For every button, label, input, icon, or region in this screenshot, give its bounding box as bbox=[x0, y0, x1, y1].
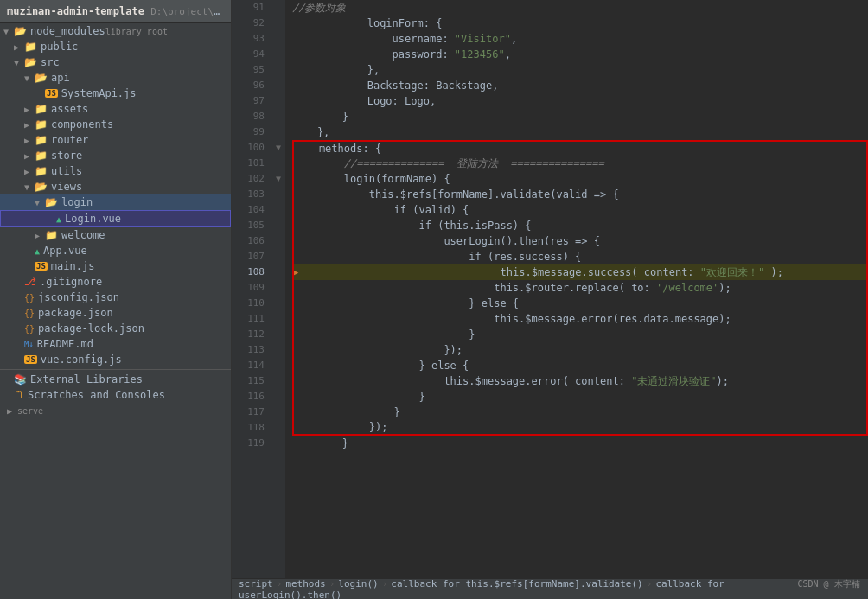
fold-gutter-item[interactable] bbox=[271, 280, 285, 296]
fold-gutter-item[interactable] bbox=[271, 62, 285, 78]
code-line[interactable]: if (valid) { bbox=[292, 202, 868, 218]
code-line[interactable]: }); bbox=[292, 342, 868, 358]
fold-gutter-item[interactable] bbox=[271, 47, 285, 62]
fold-gutter-item[interactable] bbox=[271, 233, 285, 249]
tree-item-App.vue[interactable]: ▲App.vue bbox=[0, 243, 231, 258]
code-token: ); bbox=[764, 264, 783, 280]
tree-item-store[interactable]: 📁store bbox=[0, 148, 231, 163]
tree-item-login[interactable]: 📂login bbox=[0, 194, 231, 210]
tree-item-label: components bbox=[51, 118, 113, 131]
fold-gutter-item[interactable] bbox=[271, 109, 285, 124]
tree-item-api[interactable]: 📂api bbox=[0, 70, 231, 86]
code-line[interactable]: this.$message.error(res.data.message); bbox=[292, 311, 868, 327]
code-line[interactable]: } else { bbox=[292, 296, 868, 311]
tree-item-node_modules[interactable]: 📂node_modules library root bbox=[0, 23, 231, 39]
fold-gutter-item[interactable] bbox=[271, 389, 285, 405]
external-libraries-label: External Libraries bbox=[30, 373, 143, 386]
breadcrumb-separator: › bbox=[329, 578, 335, 589]
code-token: userLogin().then(res => { bbox=[294, 233, 600, 249]
fold-gutter-item[interactable] bbox=[271, 436, 285, 451]
fold-gutter-item[interactable] bbox=[271, 218, 285, 233]
folder-open-icon: 📂 bbox=[24, 56, 37, 68]
code-line[interactable]: this.$message.error( content: "未通过滑块验证")… bbox=[292, 373, 868, 389]
fold-gutter-item[interactable] bbox=[271, 405, 285, 420]
code-token: Logo: Logo, bbox=[292, 93, 436, 109]
tree-item-main.js[interactable]: JSmain.js bbox=[0, 258, 231, 274]
fold-gutter-item[interactable] bbox=[271, 311, 285, 327]
external-libraries[interactable]: 📚 External Libraries bbox=[0, 372, 231, 387]
scratches-consoles[interactable]: 🗒 Scratches and Consoles bbox=[0, 387, 231, 403]
tree-item-assets[interactable]: 📁assets bbox=[0, 101, 231, 117]
code-line[interactable]: } bbox=[292, 405, 868, 420]
project-title: muzinan-admin-template D:\project\m... bbox=[0, 0, 231, 23]
code-line[interactable]: loginForm: { bbox=[292, 16, 868, 31]
fold-gutter-item[interactable]: ▼ bbox=[271, 171, 285, 187]
line-number: 113 bbox=[232, 342, 265, 358]
code-token: if (this.isPass) { bbox=[294, 218, 532, 233]
line-number: 100 bbox=[232, 140, 265, 156]
json-icon: {} bbox=[24, 324, 35, 334]
fold-gutter-item[interactable] bbox=[271, 249, 285, 264]
fold-gutter-item[interactable] bbox=[271, 342, 285, 358]
code-line[interactable]: this.$router.replace( to: '/welcome'); bbox=[292, 280, 868, 296]
tree-item-utils[interactable]: 📁utils bbox=[0, 163, 231, 179]
code-line[interactable]: }, bbox=[292, 62, 868, 78]
code-content[interactable]: //参数对象 loginForm: { username: "Visitor",… bbox=[285, 0, 868, 578]
fold-gutter-item[interactable] bbox=[271, 327, 285, 342]
fold-gutter-item[interactable] bbox=[271, 202, 285, 218]
tree-item-public[interactable]: 📁public bbox=[0, 39, 231, 54]
code-line[interactable]: Logo: Logo, bbox=[292, 93, 868, 109]
code-token: "123456" bbox=[455, 47, 505, 62]
code-line[interactable]: } else { bbox=[292, 358, 868, 373]
fold-gutter-item[interactable] bbox=[271, 0, 285, 16]
tree-item-label: Login.vue bbox=[65, 213, 121, 225]
code-line[interactable]: userLogin().then(res => { bbox=[292, 233, 868, 249]
code-line[interactable]: //参数对象 bbox=[292, 0, 868, 16]
tree-item-package.json[interactable]: {}package.json bbox=[0, 305, 231, 321]
serve-label: ▶ serve bbox=[0, 403, 231, 419]
tree-item-components[interactable]: 📁components bbox=[0, 117, 231, 132]
code-line[interactable]: //============== 登陆方法 =============== bbox=[292, 156, 868, 171]
code-line[interactable]: username: "Visitor", bbox=[292, 31, 868, 47]
code-line[interactable]: ▶ this.$message.success( content: "欢迎回来！… bbox=[292, 264, 868, 280]
fold-gutter-item[interactable] bbox=[271, 16, 285, 31]
tree-item-src[interactable]: 📂src bbox=[0, 54, 231, 70]
code-line[interactable]: password: "123456", bbox=[292, 47, 868, 62]
fold-gutter-item[interactable] bbox=[271, 78, 285, 93]
code-line[interactable]: Backstage: Backstage, bbox=[292, 78, 868, 93]
code-line[interactable]: methods: { bbox=[292, 140, 868, 156]
folder-icon: 📁 bbox=[35, 150, 48, 162]
fold-gutter-item[interactable] bbox=[271, 373, 285, 389]
tree-item-welcome[interactable]: 📁welcome bbox=[0, 227, 231, 243]
tree-item-views[interactable]: 📂views bbox=[0, 179, 231, 194]
code-line[interactable]: if (res.success) { bbox=[292, 249, 868, 264]
fold-gutter-item[interactable] bbox=[271, 31, 285, 47]
code-line[interactable]: } bbox=[292, 436, 868, 451]
fold-gutter-item[interactable] bbox=[271, 358, 285, 373]
fold-gutter-item[interactable] bbox=[271, 187, 285, 202]
tree-item-router[interactable]: 📁router bbox=[0, 132, 231, 148]
tree-item-label: package-lock.json bbox=[38, 322, 144, 335]
code-line[interactable]: } bbox=[292, 389, 868, 405]
code-line[interactable]: this.$refs[formName].validate(valid => { bbox=[292, 187, 868, 202]
code-line[interactable]: }, bbox=[292, 124, 868, 140]
fold-gutter-item[interactable]: ▼ bbox=[271, 140, 285, 156]
code-line[interactable]: if (this.isPass) { bbox=[292, 218, 868, 233]
fold-gutter-item[interactable] bbox=[271, 264, 285, 280]
tree-item-SystemApi[interactable]: JSSystemApi.js bbox=[0, 86, 231, 101]
fold-gutter-item[interactable] bbox=[271, 296, 285, 311]
tree-item-jsconfig.json[interactable]: {}jsconfig.json bbox=[0, 290, 231, 305]
tree-item-README.md[interactable]: M↓README.md bbox=[0, 336, 231, 352]
fold-gutter-item[interactable] bbox=[271, 156, 285, 171]
code-line[interactable]: login(formName) { bbox=[292, 171, 868, 187]
code-line[interactable]: }); bbox=[292, 420, 868, 436]
code-line[interactable]: } bbox=[292, 109, 868, 124]
tree-item-Login.vue[interactable]: ▲Login.vue bbox=[0, 210, 231, 227]
fold-gutter-item[interactable] bbox=[271, 420, 285, 436]
fold-gutter-item[interactable] bbox=[271, 93, 285, 109]
tree-item-vue.config.js[interactable]: JSvue.config.js bbox=[0, 352, 231, 367]
fold-gutter-item[interactable] bbox=[271, 124, 285, 140]
tree-item-package-lock.json[interactable]: {}package-lock.json bbox=[0, 321, 231, 336]
code-line[interactable]: } bbox=[292, 327, 868, 342]
tree-item-.gitignore[interactable]: ⎇.gitignore bbox=[0, 274, 231, 290]
